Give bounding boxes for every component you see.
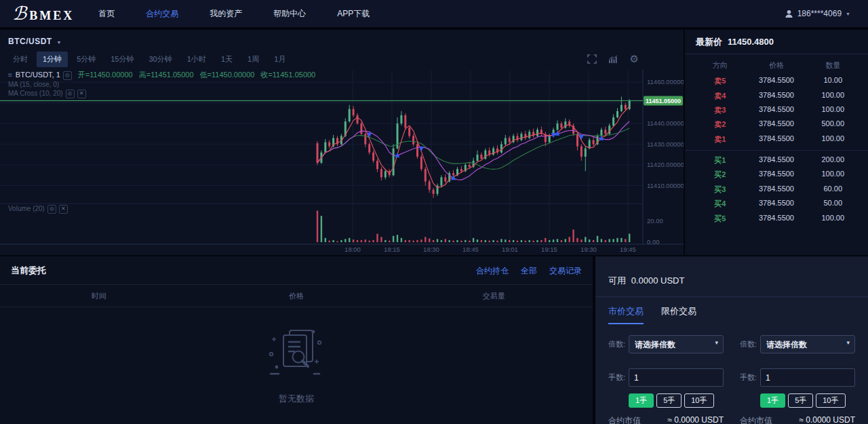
quick-amount-button-1[interactable]: 5手 [788,393,813,408]
leverage-select[interactable]: 请选择倍数 [760,335,855,353]
legend-close: 收=11451.05000 [260,71,315,79]
trade-mode-tabs: 市价交易限价交易 [595,297,868,324]
brand-logo[interactable]: ℬ BMEX [12,5,74,23]
symbol-selector[interactable]: BTC/USDT ▼ [8,37,62,46]
visibility-toggle-icon[interactable]: ◎ [47,205,56,214]
timeframe-tab-8[interactable]: 1月 [268,52,292,67]
symbol-label: BTC/USDT [8,37,52,46]
chevron-down-icon: ▼ [57,40,62,45]
order-book-row[interactable]: 卖53784.550010.00 [685,74,868,88]
order-book-row[interactable]: 买53784.5500100.00 [685,211,868,225]
svg-text:11410.00000: 11410.00000 [647,182,684,189]
amount-input[interactable] [760,368,855,387]
legend-low: 低=11450.00000 [200,71,255,79]
nav-item-1[interactable]: 合约交易 [146,8,178,20]
timeframe-tab-1[interactable]: 1分钟 [37,52,68,67]
order-price: 3784.5500 [744,185,808,195]
svg-text:11440.00000: 11440.00000 [647,119,684,127]
order-price: 3784.5500 [744,105,808,115]
top-navbar: ℬ BMEX 首页合约交易我的资产帮助中心APP下载 186****4069 ▼ [0,0,868,27]
order-qty: 100.00 [809,91,857,101]
leverage-select[interactable]: 请选择倍数 [629,335,724,353]
order-qty: 200.00 [809,155,857,166]
order-qty: 50.00 [809,199,857,209]
order-side-label: 卖5 [696,76,744,86]
empty-state: 暂无数据 [0,326,593,405]
svg-text:19:15: 19:15 [541,246,557,253]
order-book-row[interactable]: 买33784.550060.00 [685,182,868,197]
order-qty: 60.00 [809,185,857,195]
contract-value-label: 合约市值 [740,415,772,424]
order-book-row[interactable]: 买13784.5500200.00 [685,153,868,168]
svg-text:11451.05000: 11451.05000 [646,98,681,104]
indicator-icon[interactable] [608,55,618,64]
user-menu[interactable]: 186****4069 ▼ [785,9,850,18]
contract-value-row: 合约市值≈ 0.0000 USDT [740,415,855,424]
timeframe-tab-7[interactable]: 1周 [241,52,265,67]
open-orders-panel: 当前委托 合约持仓全部交易记录 时间价格交易量 暂无数据 [0,256,593,424]
trade-tab-0[interactable]: 市价交易 [608,305,644,324]
svg-text:20.00: 20.00 [647,217,663,225]
amount-row: 手数: [740,368,855,387]
order-book-column-header: 方向 [696,60,744,71]
leverage-select-wrap: 请选择倍数▾ [760,335,855,353]
quick-amount-button-2[interactable]: 10手 [816,393,845,408]
settings-gear-icon[interactable]: ⚙ [630,53,639,65]
order-book-row[interactable]: 买23784.5500100.00 [685,168,868,182]
timeframe-tab-2[interactable]: 5分钟 [71,52,102,67]
close-icon[interactable]: ✕ [59,205,68,214]
contract-value-amount: ≈ 0.0000 USDT [799,415,855,424]
timeframe-tab-5[interactable]: 1小时 [181,52,212,67]
order-book-row[interactable]: 买43784.550050.00 [685,197,868,211]
quick-amount-button-0[interactable]: 1手 [629,393,654,408]
menu-icon[interactable]: ≡ [8,71,12,79]
last-price-row: 最新价 11450.4800 [685,30,868,54]
leverage-label: 倍数: [608,339,629,349]
timeframe-tab-3[interactable]: 15分钟 [104,52,140,67]
visibility-toggle-icon[interactable]: ◎ [66,90,75,98]
fullscreen-icon[interactable] [587,54,597,64]
order-price: 3784.5500 [744,76,808,86]
last-price-value: 11450.4800 [728,37,774,47]
contract-value-row: 合约市值≈ 0.0000 USDT [608,415,724,424]
no-data-icon [265,326,328,382]
quick-amount-button-2[interactable]: 10手 [684,393,713,408]
amount-label: 手数: [740,372,760,383]
orders-link-0[interactable]: 合约持仓 [476,265,509,277]
order-side-label: 买4 [696,199,744,209]
quick-amount-button-1[interactable]: 5手 [656,393,682,408]
svg-text:19:30: 19:30 [580,246,597,253]
timeframe-tab-0[interactable]: 分时 [7,52,34,67]
order-side-label: 买3 [696,185,744,195]
order-book-row[interactable]: 卖23784.5500500.00 [685,117,868,132]
order-book-row[interactable]: 卖13784.5500100.00 [685,132,868,147]
trade-form-sell: 倍数:请选择倍数▾手数:1手5手10手合约市值≈ 0.0000 USDT [740,335,855,424]
order-side-label: 卖2 [696,119,744,130]
orders-link-1[interactable]: 全部 [521,265,537,277]
svg-text:11420.00000: 11420.00000 [647,161,684,168]
order-book-row[interactable]: 卖43784.5500100.00 [685,88,868,102]
chevron-down-icon: ▼ [846,12,850,16]
nav-item-4[interactable]: APP下载 [337,8,370,20]
quick-amount-button-0[interactable]: 1手 [760,393,785,408]
svg-text:18:00: 18:00 [344,246,361,253]
orders-table-columns: 时间价格交易量 [0,285,593,307]
nav-item-2[interactable]: 我的资产 [210,8,242,20]
orders-link-2[interactable]: 交易记录 [549,265,582,277]
nav-item-3[interactable]: 帮助中心 [273,8,306,20]
legend-open: 开=11450.00000 [78,71,133,79]
open-orders-title: 当前委托 [11,265,46,277]
order-book-column-header: 数量 [809,60,857,71]
user-phone: 186****4069 [797,9,842,18]
close-icon[interactable]: ✕ [77,90,86,98]
svg-text:19:45: 19:45 [620,246,636,253]
visibility-toggle-icon[interactable]: ◎ [63,71,72,80]
order-qty: 100.00 [809,214,857,224]
amount-input[interactable] [629,368,724,387]
timeframe-tab-6[interactable]: 1天 [215,52,239,67]
timeframe-tab-4[interactable]: 30分钟 [143,52,178,67]
order-price: 3784.5500 [744,119,808,130]
trade-tab-1[interactable]: 限价交易 [661,305,696,324]
order-book-row[interactable]: 卖33784.5500100.00 [685,103,868,117]
nav-item-0[interactable]: 首页 [98,8,115,20]
